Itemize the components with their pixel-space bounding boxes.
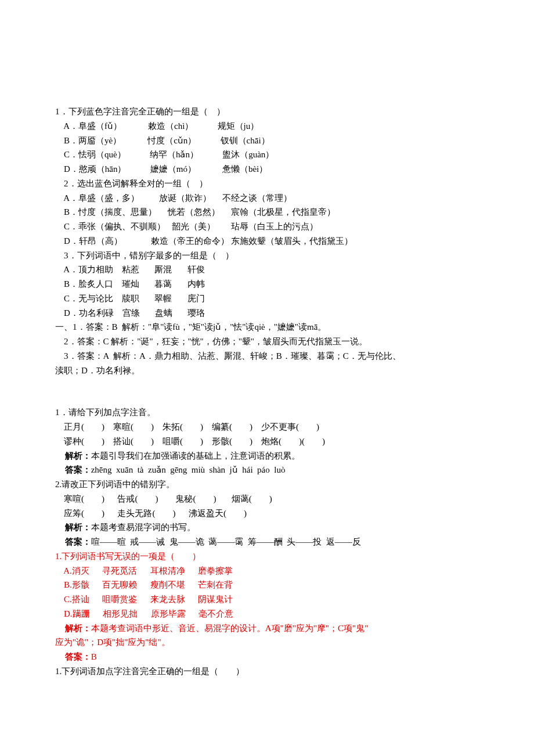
q3-option-b: B．脍炙人口 璀灿 暮蔼 内帏	[55, 277, 476, 291]
question-block-1: 1．下列蓝色字注音完全正确的一组是（ ） A．阜盛（fǔ） 敕造（chì） 规矩…	[55, 105, 476, 377]
jiexi-text: 本题引导我们在加强诵读的基础上，注意词语的积累。	[91, 451, 300, 460]
jiexi-label: 解析：	[55, 623, 91, 633]
answer-3-line1: 3．答案：A 解析：A．鼎力相助、沾惹、厮混、轩峻；B．璀璨、暮霭；C．无与伦比…	[55, 349, 476, 363]
jiexi-label: 解析：	[55, 451, 91, 460]
answer-3-line2: 渎职；D．功名利禄。	[55, 363, 476, 378]
b3-q1-jiexi-l2: 应为"诡"；D项"拙"应为"绌"。	[55, 635, 476, 650]
q2-option-c: C．乖张（偏执、不驯顺） 韶光（美） 玷辱（白玉上的污点）	[55, 219, 476, 234]
b3-q1-option-d: D.蹒跚 相形见拙 原形毕露 毫不介意	[55, 607, 476, 621]
question-block-3: 1.下列词语书写无误的一项是（ ） A.消灭 寻死觅活 耳根清净 磨拳擦掌 B.…	[55, 549, 476, 679]
answer-label: 答案：	[55, 651, 91, 661]
q3-option-a: A．顶力相助 粘惹 厮混 轩俊	[55, 262, 476, 277]
jiexi-text: 本题考查词语中形近、音近、易混字的设计。A项"磨"应为"摩"；C项"鬼"	[91, 624, 369, 633]
b2-q1-line1: 正月( ) 寒暄( ) 朱拓( ) 编纂( ) 少不更事( )	[55, 420, 476, 434]
answer-text: B	[91, 652, 97, 661]
b2-q2-line2: 应筹( ) 走头无路( ) 沸返盈天( )	[55, 506, 476, 521]
answer-label: 答案：	[55, 537, 91, 546]
b3-q1-answer: 答案：B	[55, 650, 476, 664]
q1-option-d: D．憨顽（hān） 嬷嬷（mó） 惫懒（bèi）	[55, 162, 476, 177]
b3-q1-option-a: A.消灭 寻死觅活 耳根清净 磨拳擦掌	[55, 564, 476, 578]
q1-stem: 1．下列蓝色字注音完全正确的一组是（ ）	[55, 105, 476, 119]
b2-q2-line1: 寒喧( ) 告戒( ) 鬼秘( ) 烟蔼( )	[55, 492, 476, 506]
b2-q1-jiexi: 解析：本题引导我们在加强诵读的基础上，注意词语的积累。	[55, 449, 476, 463]
q3-stem: 3．下列词语中，错别字最多的一组是（ ）	[55, 249, 476, 263]
answer-2: 2．答案：C 解析："诞"，狂妄；"恍"，仿佛；"颦"，皱眉头而无代指黛玉一说。	[55, 334, 476, 349]
b3-q1-option-b: B.形骸 百无聊赖 瘦削不堪 芒刺在背	[55, 578, 476, 592]
q3-option-d: D．功名利碌 宫绦 盘螭 璎珞	[55, 306, 476, 321]
q1-option-c: C．怯弱（què） 纳罕（hǎn） 盥沐（guàn）	[55, 147, 476, 162]
question-block-2: 1．请给下列加点字注音。 正月( ) 寒暄( ) 朱拓( ) 编纂( ) 少不更…	[55, 405, 476, 549]
q2-option-b: B．忖度（揣度、思量） 恍若（忽然） 宸翰（北极星，代指皇帝）	[55, 205, 476, 219]
q2-stem: 2．选出蓝色词解释全对的一组（ ）	[55, 177, 476, 191]
answer-label: 答案：	[55, 465, 91, 474]
jiexi-label: 解析：	[55, 522, 91, 532]
q3-option-c: C．无与论比 牍职 翠幄 庑门	[55, 291, 476, 306]
b2-q1-stem: 1．请给下列加点字注音。	[55, 405, 476, 420]
b3-q1-stem: 1.下列词语书写无误的一项是（ ）	[55, 549, 476, 564]
jiexi-text: 本题考查易混字词的书写。	[91, 523, 196, 532]
b3-q2-stem: 1.下列词语加点字注音完全正确的一组是（ ）	[55, 664, 476, 679]
answer-text: zhēng xuān tà zuǎn gēng miù shàn jǔ hái …	[91, 465, 286, 474]
q2-option-a: A．阜盛（盛，多） 放诞（欺诈） 不经之谈（常理）	[55, 191, 476, 206]
b2-q2-jiexi: 解析：本题考查易混字词的书写。	[55, 520, 476, 535]
answer-1: 一、1．答案：B 解析："阜"读fù，"矩"读jǔ，"怯"读qiè，"嬷嬷"读m…	[55, 320, 476, 334]
b2-q1-answer: 答案：zhēng xuān tà zuǎn gēng miù shàn jǔ h…	[55, 463, 476, 477]
section-gap	[55, 377, 476, 405]
b3-q1-option-c: C.搭讪 咀嚼赏鉴 来龙去脉 阴谋鬼计	[55, 592, 476, 607]
q1-option-a: A．阜盛（fǔ） 敕造（chì） 规矩（ju）	[55, 119, 476, 134]
answer-text: 喧——暄 戒——诫 鬼——诡 蔼——霭 筹——酬 头——投 返——反	[91, 537, 361, 546]
q1-option-b: B．两靥（yè） 忖度（cǔn） 钗钏（chāi）	[55, 134, 476, 148]
b2-q2-answer: 答案：喧——暄 戒——诫 鬼——诡 蔼——霭 筹——酬 头——投 返——反	[55, 535, 476, 549]
b2-q1-line2: 谬种( ) 搭讪( ) 咀嚼( ) 形骸( ) 炮烙( )( )	[55, 434, 476, 449]
q2-option-d: D．轩昂（高） 敕造（帝王的命令） 东施效颦（皱眉头，代指黛玉）	[55, 234, 476, 249]
b2-q2-stem: 2.请改正下列词语中的错别字。	[55, 477, 476, 492]
b3-q1-jiexi-l1: 解析：本题考查词语中形近、音近、易混字的设计。A项"磨"应为"摩"；C项"鬼"	[55, 621, 476, 636]
